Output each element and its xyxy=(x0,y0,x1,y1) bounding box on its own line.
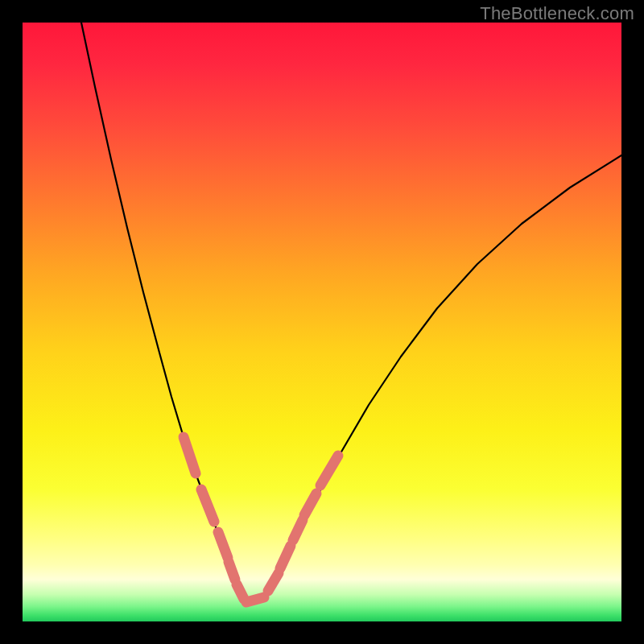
watermark-text: TheBottleneck.com xyxy=(480,3,634,24)
highlight-segment xyxy=(229,562,235,580)
highlight-segment xyxy=(246,597,264,602)
bottleneck-chart xyxy=(23,23,621,621)
gradient-bg xyxy=(23,23,621,621)
plot-area xyxy=(23,23,621,621)
highlight-segment xyxy=(237,584,244,599)
frame: TheBottleneck.com xyxy=(0,0,644,644)
